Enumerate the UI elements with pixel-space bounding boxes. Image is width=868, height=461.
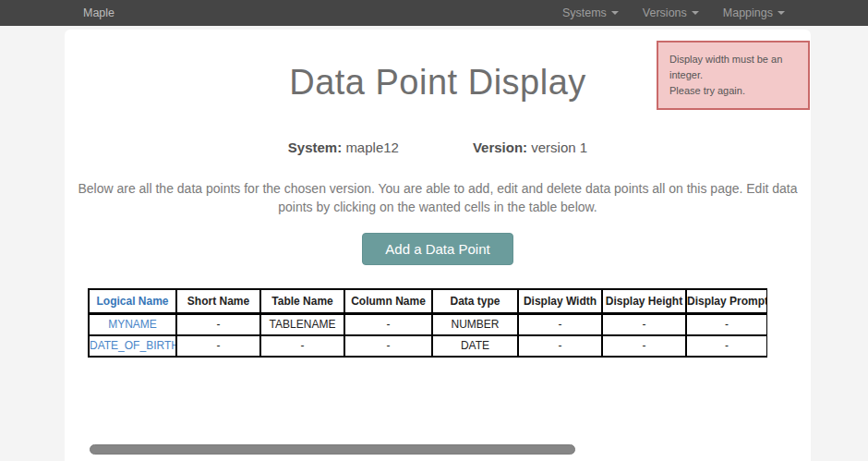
caret-down-icon (778, 11, 785, 15)
cell-display-height[interactable]: - (602, 314, 686, 335)
error-alert: Display width must be an integer. Please… (657, 41, 810, 110)
column-header-table-name: Table Name (260, 289, 344, 314)
cell-data-type[interactable]: NUMBER (432, 314, 518, 335)
nav-item-label: Systems (562, 6, 607, 19)
page-description: Below are all the data points for the ch… (78, 179, 798, 217)
column-header-display-prompt: Display Prompt (686, 289, 767, 314)
version-value: version 1 (531, 140, 587, 155)
table-header-row: Logical Name Short Name Table Name Colum… (89, 289, 767, 314)
system-label: System: (288, 140, 342, 155)
navbar-menu: Systems Versions Mappings (562, 6, 785, 19)
horizontal-scrollbar-thumb[interactable] (90, 444, 575, 455)
cell-logical-name[interactable]: DATE_OF_BIRTH (89, 335, 176, 357)
table-row: DATE_OF_BIRTH - - - DATE - - - (89, 335, 767, 357)
system-version-line: System: maple12 Version: version 1 (65, 140, 811, 155)
content-card: Display width must be an integer. Please… (65, 30, 811, 461)
cell-table-name[interactable]: TABLENAME (260, 314, 344, 335)
navbar-brand[interactable]: Maple (83, 6, 115, 19)
cell-display-prompt[interactable]: - (686, 335, 767, 357)
caret-down-icon (611, 11, 619, 15)
navbar-container: Maple Systems Versions Mappings (83, 0, 785, 26)
cell-display-width[interactable]: - (518, 314, 602, 335)
column-header-logical-name[interactable]: Logical Name (89, 289, 176, 314)
data-points-table: Logical Name Short Name Table Name Colum… (88, 288, 767, 358)
version-info: Version: version 1 (473, 140, 587, 155)
system-value: maple12 (345, 140, 399, 155)
table-row: MYNAME - TABLENAME - NUMBER - - - (89, 314, 767, 335)
column-header-short-name: Short Name (176, 289, 260, 314)
data-points-table-wrap: Logical Name Short Name Table Name Colum… (88, 288, 767, 358)
nav-item-mappings[interactable]: Mappings (723, 6, 785, 19)
cell-column-name[interactable]: - (344, 314, 432, 335)
caret-down-icon (692, 11, 699, 15)
add-data-point-button[interactable]: Add a Data Point (362, 233, 512, 265)
cell-data-type[interactable]: DATE (432, 335, 518, 357)
column-header-data-type: Data type (432, 289, 518, 314)
error-alert-line1: Display width must be an integer. (669, 52, 797, 83)
nav-item-versions[interactable]: Versions (643, 6, 699, 19)
cell-table-name[interactable]: - (260, 335, 344, 357)
cell-display-height[interactable]: - (602, 335, 686, 357)
top-navbar: Maple Systems Versions Mappings (0, 0, 868, 26)
nav-item-label: Mappings (723, 6, 773, 19)
error-alert-line2: Please try again. (669, 83, 797, 99)
cell-short-name[interactable]: - (176, 314, 260, 335)
button-row: Add a Data Point (65, 233, 811, 265)
cell-short-name[interactable]: - (176, 335, 260, 357)
cell-display-prompt[interactable]: - (686, 314, 767, 335)
column-header-display-width: Display Width (518, 289, 602, 314)
column-header-display-height: Display Height (602, 289, 686, 314)
nav-item-label: Versions (643, 6, 687, 19)
system-info: System: maple12 (288, 140, 399, 155)
version-label: Version: (473, 140, 527, 155)
nav-item-systems[interactable]: Systems (562, 6, 619, 19)
cell-column-name[interactable]: - (344, 335, 432, 357)
column-header-column-name: Column Name (344, 289, 432, 314)
cell-display-width[interactable]: - (518, 335, 602, 357)
cell-logical-name[interactable]: MYNAME (89, 314, 176, 335)
